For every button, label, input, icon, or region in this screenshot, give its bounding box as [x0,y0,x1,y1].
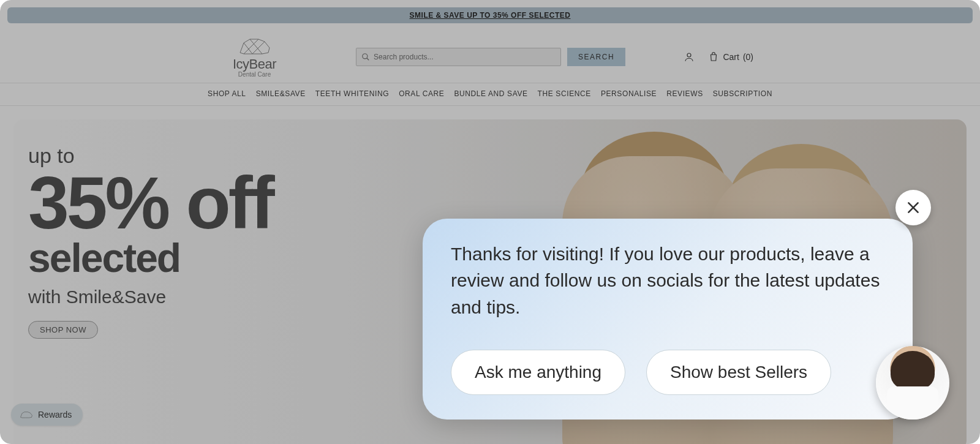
chat-button-row: Ask me anything Show best Sellers [451,350,884,395]
chat-message: Thanks for visiting! If you love our pro… [451,241,884,321]
nav-science[interactable]: THE SCIENCE [538,89,591,98]
nav-reviews[interactable]: REVIEWS [666,89,703,98]
search-button[interactable]: SEARCH [567,48,625,66]
close-icon [905,200,921,216]
brand-logo[interactable]: IcyBear Dental Care [233,36,276,78]
show-best-sellers-button[interactable]: Show best Sellers [646,350,831,395]
cart-link[interactable]: Cart (0) [708,51,753,62]
nav-oral-care[interactable]: ORAL CARE [399,89,444,98]
svg-point-0 [363,53,368,58]
main-nav: SHOP ALL SMILE&SAVE TEETH WHITENING ORAL… [0,83,980,106]
rewards-widget[interactable]: Rewards [11,404,83,426]
shop-now-button[interactable]: SHOP NOW [28,321,98,339]
nav-smile-save[interactable]: SMILE&SAVE [256,89,306,98]
search-icon [361,53,370,61]
nav-shop-all[interactable]: SHOP ALL [208,89,246,98]
svg-line-1 [367,58,369,60]
brand-tagline: Dental Care [238,71,271,78]
cart-count: (0) [743,52,753,62]
ask-anything-button[interactable]: Ask me anything [451,350,625,395]
promo-text: SMILE & SAVE UP TO 35% OFF SELECTED [410,11,571,20]
nav-personalise[interactable]: PERSONALISE [601,89,657,98]
brand-name: IcyBear [233,56,276,72]
search-area: SEARCH [356,48,625,66]
cart-label: Cart [723,52,739,62]
bear-icon [238,36,272,56]
search-input[interactable] [374,53,556,61]
header-row: IcyBear Dental Care SEARCH Cart (0) [0,31,980,83]
bear-small-icon [20,410,33,420]
user-icon[interactable] [684,51,695,62]
header-right: Cart (0) [684,51,753,62]
search-box[interactable] [356,48,561,66]
nav-bundle-save[interactable]: BUNDLE AND SAVE [454,89,527,98]
promo-bar[interactable]: SMILE & SAVE UP TO 35% OFF SELECTED [7,7,973,23]
nav-teeth-whitening[interactable]: TEETH WHITENING [315,89,389,98]
chat-close-button[interactable] [895,190,931,225]
chat-avatar[interactable] [876,346,949,420]
svg-point-2 [687,53,691,57]
nav-subscription[interactable]: SUBSCRIPTION [713,89,772,98]
chat-popup: Thanks for visiting! If you love our pro… [423,219,913,420]
bag-icon [708,51,719,62]
rewards-label: Rewards [38,410,72,420]
